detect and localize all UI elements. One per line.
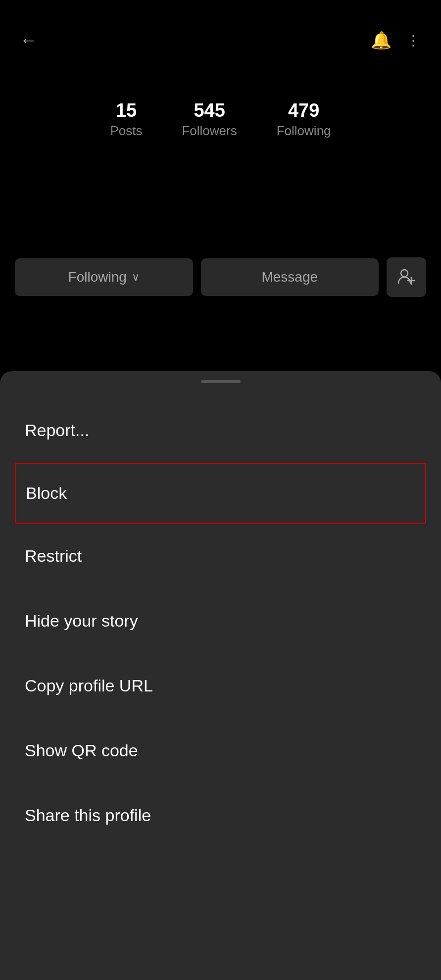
- action-buttons: Following ∨ Message: [0, 158, 441, 317]
- add-person-icon: [397, 268, 415, 286]
- following-stat[interactable]: 479 Following: [277, 100, 331, 139]
- message-button[interactable]: Message: [201, 258, 379, 296]
- followers-count: 545: [182, 100, 237, 121]
- following-button-label: Following: [68, 269, 127, 285]
- restrict-menu-item[interactable]: Restrict: [0, 524, 441, 588]
- block-menu-item[interactable]: Block: [15, 463, 426, 524]
- bottom-sheet: Report... Block Restrict Hide your story…: [0, 371, 441, 980]
- copy-profile-url-menu-item[interactable]: Copy profile URL: [0, 653, 441, 718]
- followers-label: Followers: [182, 123, 237, 139]
- top-bar: ← 🔔 ⋮: [0, 0, 441, 60]
- bell-icon[interactable]: 🔔: [371, 30, 392, 50]
- share-profile-menu-item[interactable]: Share this profile: [0, 783, 441, 848]
- svg-point-0: [401, 270, 408, 277]
- top-right-icons: 🔔 ⋮: [371, 30, 421, 50]
- show-qr-code-menu-item[interactable]: Show QR code: [0, 718, 441, 783]
- following-button[interactable]: Following ∨: [15, 258, 193, 296]
- following-label: Following: [277, 123, 331, 139]
- posts-count: 15: [110, 100, 142, 121]
- message-button-label: Message: [261, 269, 318, 285]
- more-icon[interactable]: ⋮: [406, 32, 421, 49]
- followers-stat[interactable]: 545 Followers: [182, 100, 237, 139]
- chevron-down-icon: ∨: [132, 271, 140, 284]
- posts-stat[interactable]: 15 Posts: [110, 100, 142, 139]
- posts-label: Posts: [110, 123, 142, 139]
- back-icon[interactable]: ←: [20, 30, 38, 50]
- profile-stats: 15 Posts 545 Followers 479 Following: [0, 60, 441, 158]
- following-count: 479: [277, 100, 331, 121]
- sheet-handle: [201, 380, 241, 383]
- hide-story-menu-item[interactable]: Hide your story: [0, 588, 441, 653]
- report-menu-item[interactable]: Report...: [0, 398, 441, 463]
- add-person-button[interactable]: [387, 257, 426, 297]
